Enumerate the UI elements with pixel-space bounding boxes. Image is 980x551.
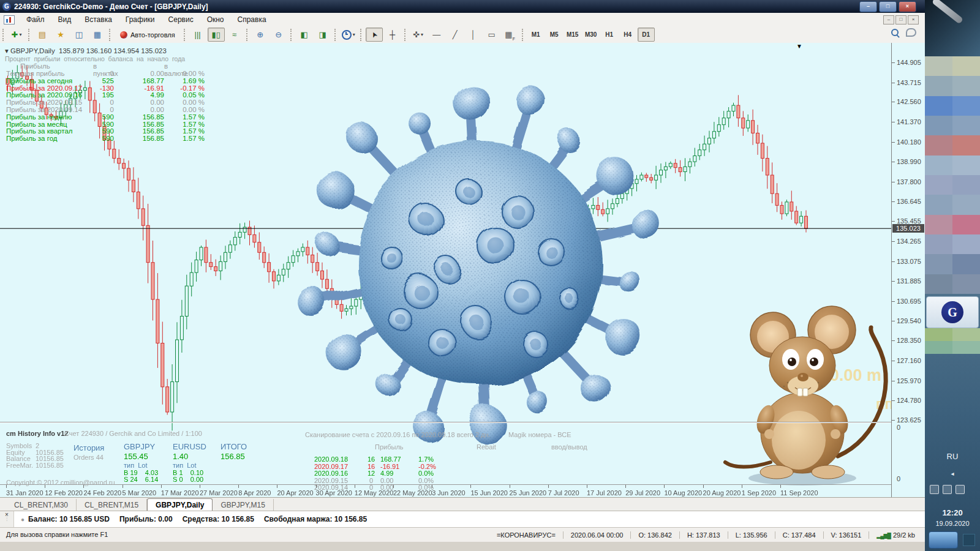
desktop-photo bbox=[925, 0, 980, 56]
line-chart-icon: ≈ bbox=[232, 30, 236, 39]
price-axis[interactable]: 144.905143.715142.560141.370140.180138.9… bbox=[891, 43, 925, 497]
palette-swatch bbox=[925, 56, 952, 76]
language-indicator[interactable]: RU bbox=[925, 452, 980, 461]
keyboard-icon[interactable] bbox=[929, 531, 958, 549]
timeframe-m15-button[interactable]: M15 bbox=[564, 28, 581, 42]
chart-minimize-button[interactable]: – bbox=[883, 15, 894, 24]
chart-tab-gbpjpy-daily[interactable]: GBPJPY,Daily bbox=[147, 498, 213, 512]
profiles-button[interactable]: ▤ bbox=[34, 28, 51, 42]
vline-icon: │ bbox=[471, 30, 476, 39]
chart-tab-cl-brent-m15[interactable]: CL_BRENT,M15 bbox=[77, 499, 147, 511]
palette-swatch bbox=[925, 274, 952, 294]
symbol-search-icon[interactable] bbox=[891, 29, 899, 36]
autotrading-button[interactable]: Авто-торговля bbox=[115, 28, 181, 42]
chart-tab-cl-brent-m30[interactable]: CL_BRENT,M30 bbox=[6, 499, 77, 511]
timeframe-d1-button[interactable]: D1 bbox=[638, 28, 655, 42]
comment-segment: =КОРОНАВИРУС= bbox=[489, 531, 563, 539]
time-axis[interactable]: 31 Jan 202012 Feb 202024 Feb 20205 Mar 2… bbox=[0, 485, 891, 497]
zoom-out-button[interactable]: ⊖ bbox=[270, 28, 287, 42]
show-desktop-button[interactable] bbox=[963, 534, 975, 546]
chart-area[interactable]: 0.00 m пп bbox=[0, 43, 925, 497]
vline-button[interactable]: │ bbox=[465, 28, 482, 42]
close-button[interactable]: × bbox=[899, 1, 916, 12]
type-lot-header: тип Lot bbox=[173, 462, 197, 469]
bar-chart-button[interactable]: ||| bbox=[189, 28, 206, 42]
hline-button[interactable]: — bbox=[428, 28, 445, 42]
timeframe-h4-button[interactable]: H4 bbox=[619, 28, 636, 42]
palette-swatch bbox=[925, 135, 952, 155]
rectangle-button[interactable]: ▭ bbox=[483, 28, 500, 42]
app-icon: G bbox=[2, 2, 11, 11]
restore-button[interactable]: □ bbox=[879, 1, 897, 12]
chart-close-button[interactable]: × bbox=[908, 15, 919, 24]
timeframe-m5-button[interactable]: M5 bbox=[546, 28, 563, 42]
tile-windows-button[interactable]: ◧ bbox=[296, 28, 313, 42]
status-segment: L: 135.956 bbox=[728, 531, 775, 539]
data-window-button[interactable]: ▦ bbox=[89, 28, 106, 42]
chart-tab-gbpjpy-m15[interactable]: GBPJPY,M15 bbox=[213, 499, 273, 511]
crosshair-button[interactable]: ┼ bbox=[384, 28, 401, 42]
daily-profit-row: 2020.09.16124.990.0% bbox=[314, 470, 450, 477]
date-tick: 30 Apr 2020 bbox=[316, 489, 352, 497]
menu-item-6[interactable]: Справка bbox=[231, 13, 273, 26]
daily-profit-row: 2020.09.1716-16.91-0.2% bbox=[314, 463, 450, 470]
date-tick: 31 Jan 2020 bbox=[6, 489, 43, 497]
menu-item-0[interactable]: Файл bbox=[20, 13, 51, 26]
palette-swatch bbox=[952, 135, 980, 155]
history-title: cm History Info v12 bbox=[6, 430, 68, 437]
status-segment: H: 137.813 bbox=[679, 531, 728, 539]
period-clock-button[interactable]: ▾ bbox=[340, 28, 357, 42]
status-segment: V: 136151 bbox=[823, 531, 869, 539]
io-column-header: ввод/вывод bbox=[551, 443, 587, 451]
subwindow-tick: 0 bbox=[897, 424, 900, 431]
menu-item-4[interactable]: Сервис bbox=[162, 13, 200, 26]
traffic-bars-icon: ▂▄▆█ bbox=[876, 533, 891, 539]
palette-swatch bbox=[925, 234, 952, 254]
trendline-button[interactable]: ╱ bbox=[447, 28, 464, 42]
account-metric: Свободная маржа: 10 156.85 bbox=[264, 515, 367, 523]
cursor-button[interactable]: ➤ bbox=[366, 28, 383, 42]
palette-swatch bbox=[952, 195, 980, 214]
market-watch-button[interactable]: ◫ bbox=[70, 28, 88, 42]
chat-icon[interactable] bbox=[906, 28, 916, 37]
tray-icon[interactable] bbox=[956, 485, 965, 494]
chart-tabs-bar: CL_BRENT,M30CL_BRENT,M15GBPJPY,DailyGBPJ… bbox=[0, 497, 925, 511]
favorites-button[interactable]: ★ bbox=[52, 28, 69, 42]
fibo-grid-button[interactable]: ▦F bbox=[502, 28, 519, 42]
tray-icon[interactable] bbox=[943, 485, 952, 494]
step-forward-button[interactable]: ◨ bbox=[314, 28, 331, 42]
date-tick: 22 May 2020 bbox=[393, 489, 432, 497]
menu-item-2[interactable]: Вставка bbox=[78, 13, 119, 26]
minimize-button[interactable]: – bbox=[859, 1, 877, 12]
lines-dropdown-button[interactable]: ✜▾ bbox=[410, 28, 427, 42]
cursor-icon: ➤ bbox=[369, 30, 379, 39]
chart-restore-button[interactable]: □ bbox=[895, 15, 907, 24]
timeframe-h1-button[interactable]: H1 bbox=[601, 28, 618, 42]
microphone-photo bbox=[932, 0, 963, 24]
sell-row: S 0 0.00 bbox=[173, 476, 203, 483]
tray-icon[interactable] bbox=[930, 485, 939, 494]
tray-expand-icon[interactable]: ◂ bbox=[925, 470, 980, 477]
green-swatch bbox=[925, 328, 952, 341]
step-forward-icon: ◨ bbox=[318, 30, 326, 39]
candlestick-button[interactable]: ▮▯ bbox=[208, 28, 225, 42]
palette-swatch bbox=[952, 96, 980, 116]
line-chart-button[interactable]: ≈ bbox=[226, 28, 243, 42]
menu-item-5[interactable]: Окно bbox=[200, 13, 231, 26]
date-tick: 24 Feb 2020 bbox=[83, 489, 121, 497]
market-watch-icon: ◫ bbox=[75, 30, 83, 39]
timeframe-m1-button[interactable]: M1 bbox=[527, 28, 545, 42]
screen: G 224930: GerchikCo-Demo - Демо Счет - [… bbox=[0, 0, 980, 551]
date-tick: 11 Sep 2020 bbox=[780, 489, 818, 497]
type-lot-header: тип Lot bbox=[124, 462, 148, 469]
title-bar[interactable]: G 224930: GerchikCo-Demo - Демо Счет - [… bbox=[0, 0, 925, 13]
price-tick: 125.970 bbox=[897, 377, 921, 384]
menu-item-1[interactable]: Вид bbox=[51, 13, 78, 26]
new-chart-button[interactable]: ✚▾ bbox=[8, 28, 25, 42]
account-summary: ●Баланс: 10 156.85 USDПрибыль: 0.00Средс… bbox=[21, 515, 377, 523]
palette-swatch bbox=[925, 175, 952, 195]
zoom-in-button[interactable]: ⊕ bbox=[252, 28, 269, 42]
gerchik-logo-tile[interactable]: G bbox=[926, 296, 979, 328]
menu-item-3[interactable]: Графики bbox=[119, 13, 162, 26]
timeframe-m30-button[interactable]: M30 bbox=[582, 28, 600, 42]
